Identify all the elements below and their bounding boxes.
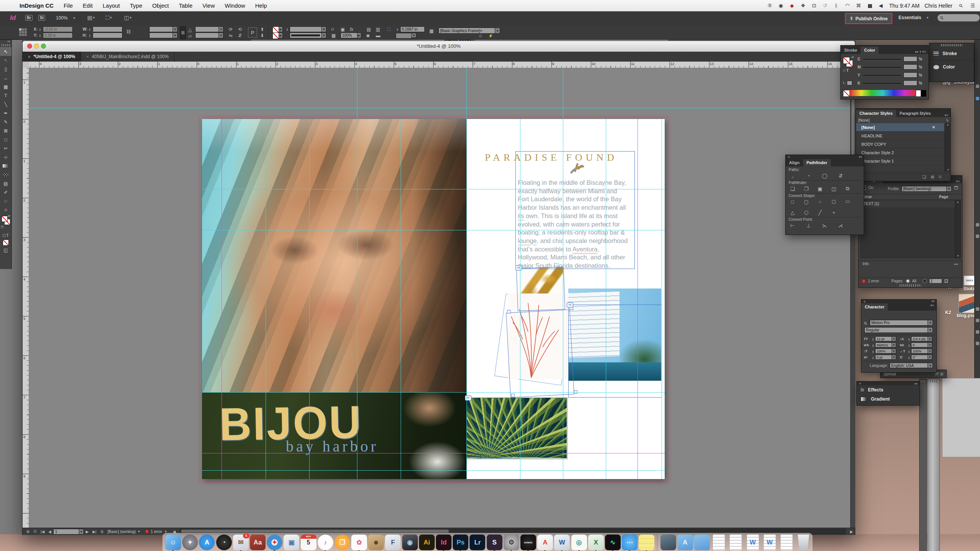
font-style-field[interactable]: Regular (864, 327, 928, 333)
dock-item-calendar[interactable]: NOV5 (301, 534, 316, 551)
dock-item-document-preview-2[interactable] (728, 534, 744, 551)
dock-item-indesign[interactable]: Id (436, 534, 452, 551)
selection-handle[interactable] (507, 310, 510, 313)
vertical-scale-caret[interactable]: ▼ (892, 349, 896, 354)
gradient-feather-tool[interactable] (0, 170, 11, 179)
style-row[interactable]: HEADLINE (856, 132, 944, 140)
scale-y-caret[interactable]: ▼ (173, 33, 178, 38)
tab-untitled-4[interactable]: × *Untitled-4 @ 100% (23, 52, 81, 62)
style-row[interactable]: [None]✕ (856, 123, 944, 132)
dock-item-applications-folder[interactable]: A (677, 534, 693, 551)
stroke-weight-caret[interactable]: ▼ (322, 26, 326, 32)
paths-close-path-icon[interactable]: ◯ (821, 172, 828, 179)
close-window-button[interactable] (27, 44, 32, 49)
page-range-caret[interactable]: ▼ (944, 279, 949, 284)
corner-shape-icon[interactable]: ▣ (341, 27, 345, 32)
ruler-origin-box[interactable] (23, 62, 29, 68)
rotate-90-cw-icon[interactable]: ⟳ (229, 27, 233, 32)
wrap-options-caret[interactable]: ▼ (412, 33, 416, 38)
panel-grip[interactable] (2, 44, 10, 46)
lock-icon[interactable]: ◆ (788, 2, 795, 9)
opacity-checker-icon[interactable]: ▦ (331, 33, 336, 38)
desktop-file-blog-label[interactable]: blog.psd (957, 313, 976, 318)
fill-flyout[interactable]: ▶ (279, 26, 283, 32)
frame-tool[interactable]: ⊠ (0, 126, 11, 135)
screen-mode-icon[interactable]: ⛶▼ (106, 15, 113, 21)
dock-item-stickies[interactable] (639, 534, 654, 551)
dock-item-word-document-2[interactable]: W (762, 534, 778, 551)
convert-shape-line-icon[interactable]: ╱ (816, 209, 824, 216)
menu-help[interactable]: Help (250, 2, 272, 9)
fill-stroke-proxy[interactable]: ⇄ ◳ (0, 214, 11, 232)
next-page-icon[interactable]: ▶ (86, 530, 89, 534)
close-tab-icon[interactable]: × (86, 54, 89, 59)
w-stepper[interactable]: ▲▼ (88, 26, 91, 32)
pen-tool[interactable]: ✒ (0, 109, 11, 117)
quick-apply-icon[interactable]: ⚡ (488, 34, 493, 38)
scale-y-field[interactable] (149, 33, 173, 38)
parallels-shield-icon[interactable]: ⑤ (766, 2, 773, 9)
select-container-icon[interactable]: P (248, 28, 257, 37)
dock-item-ibooks[interactable]: ❐ (334, 534, 350, 551)
sea-fan-frame-outline[interactable] (506, 310, 574, 398)
collapsed-panel-icon[interactable] (976, 319, 979, 322)
profile-caret[interactable]: ▼ (947, 186, 952, 192)
object-style-caret[interactable]: ▼ (495, 28, 500, 34)
formatting-container-icon[interactable]: □ T (843, 68, 849, 73)
none-swatch[interactable] (843, 90, 850, 97)
skew-field[interactable]: 0° (911, 355, 928, 360)
info-section-label[interactable]: Info (863, 262, 869, 266)
h-field[interactable] (93, 33, 122, 38)
kerning-stepper[interactable]: ▲▼ (871, 342, 875, 348)
channel-slider[interactable] (863, 83, 901, 85)
dock-item-effects[interactable]: fx Effects (857, 385, 920, 395)
tab-align[interactable]: Align (786, 159, 803, 166)
dock-item-activity-monitor[interactable]: ∿ (605, 534, 621, 551)
kerning-caret[interactable]: ▼ (892, 342, 896, 347)
eyedropper-tool[interactable]: ✐ (0, 188, 11, 197)
panel-grip[interactable] (941, 44, 962, 46)
horizontal-ruler[interactable]: 4321012345678910111213141516 (29, 62, 850, 68)
window-title-bar[interactable]: *Untitled-4 @ 100% (23, 41, 855, 52)
publish-online-button[interactable]: ⇧ Publish Online (845, 13, 892, 24)
channel-value-field[interactable] (903, 64, 917, 70)
line-tool[interactable]: ╲ (0, 100, 11, 109)
wrap-options-button[interactable] (396, 33, 412, 39)
collapse-panel-icon[interactable]: ⏴⏴ (859, 155, 862, 159)
palm-frame-outline[interactable] (466, 398, 567, 459)
battery-icon[interactable]: ▮▮ (866, 2, 873, 9)
scale-link-button[interactable]: ⛓ (180, 26, 186, 39)
quick-apply-icon[interactable]: ϟ (946, 118, 948, 122)
convert-shape-beveled-rectangle-icon[interactable]: ⬠ (830, 198, 838, 205)
dock-item-illustrator[interactable]: Ai (419, 534, 435, 551)
volume-icon[interactable]: ◀ (877, 2, 884, 9)
page-number-caret[interactable]: ▼ (79, 529, 84, 535)
vertical-scrollbar[interactable] (850, 68, 855, 528)
wrap-offset-field[interactable]: 0.1667 in (400, 26, 425, 32)
horizontal-scale-field[interactable]: 100% (911, 349, 928, 354)
new-style-icon[interactable]: ⊞ (931, 174, 934, 179)
note-tool[interactable]: ▤ (0, 179, 11, 188)
dock-item-text-document[interactable] (779, 534, 794, 551)
error-list[interactable]: TEXT (1) (860, 200, 955, 258)
leading-field[interactable]: (14.4 pt) (911, 336, 928, 341)
convert-point-corner-icon[interactable]: ⊥ (805, 222, 812, 229)
preflight-menu-icon[interactable]: ⚙ (26, 530, 30, 534)
kerning-field[interactable]: Metrics (875, 342, 892, 347)
tab-color[interactable]: Color (861, 47, 879, 54)
fill-proxy-swatch[interactable] (2, 216, 8, 222)
menu-layout[interactable]: Layout (98, 2, 125, 9)
tab-character-styles[interactable]: Character Styles (856, 110, 896, 117)
corner-options-icon[interactable]: ⌑ (331, 27, 334, 32)
collapse-panel-icon[interactable]: ▸▸ (915, 382, 918, 385)
convert-point-plain-icon[interactable]: ⊢ (789, 222, 796, 229)
collapsed-panel-column[interactable] (919, 379, 927, 551)
dock-item-mail[interactable]: ✉8 (233, 534, 249, 551)
type-tool[interactable]: T (0, 91, 11, 100)
time-machine-icon[interactable]: ↺ (822, 2, 828, 9)
skew-stepper[interactable]: ▲▼ (907, 355, 911, 360)
export-status-icon[interactable]: ⎘ (34, 529, 37, 534)
rotation-angle-icon[interactable]: △ (188, 27, 192, 33)
view-options-icon[interactable]: ▤▼ (87, 15, 95, 21)
preset-caret-icon[interactable]: ▼ (137, 530, 140, 533)
